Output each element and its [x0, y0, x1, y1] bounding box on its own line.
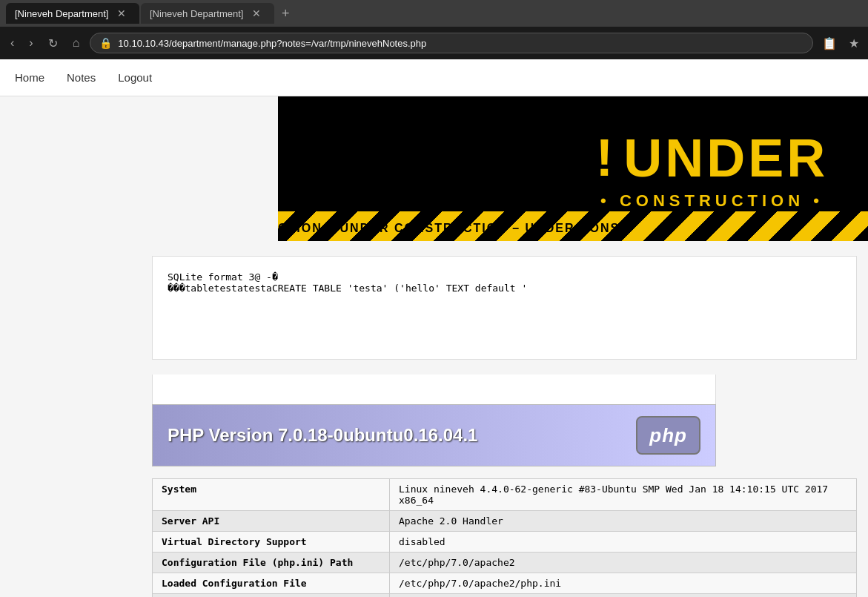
table-row: Server APIApache 2.0 Handler	[153, 511, 857, 532]
nav-notes[interactable]: Notes	[67, 71, 96, 84]
php-spacer	[152, 375, 716, 404]
uc-bottom-text: CTION – UNDER CONSTRUCTION – UNDER CONS	[278, 222, 620, 235]
toolbar-right: 📋 ★	[819, 33, 862, 53]
table-cell-key: Configuration File (php.ini) Path	[153, 553, 390, 573]
sqlite-line1: SQLite format 3@ -�	[168, 271, 841, 283]
table-row: Configuration File (php.ini) Path/etc/ph…	[153, 553, 857, 573]
phpinfo-table: SystemLinux nineveh 4.4.0-62-generic #83…	[152, 478, 857, 597]
tab-1-label: [Nineveh Department]	[15, 8, 108, 19]
tab-2-label: [Nineveh Department]	[150, 8, 243, 19]
php-logo-text: php	[649, 424, 687, 446]
content-area: ! UNDER • CONSTRUCTION • CTION – UNDER C…	[0, 96, 868, 597]
under-construction-banner: ! UNDER • CONSTRUCTION • CTION – UNDER C…	[278, 96, 868, 241]
address-bar-row: ‹ › ↻ ⌂ 🔒 10.10.10.43/department/manage.…	[0, 27, 868, 59]
php-logo: php	[636, 416, 700, 455]
uc-main-text: ! UNDER	[596, 128, 828, 188]
sqlite-line2: ���tabletestatestaCREATE TABLE 'testa' (…	[168, 283, 841, 294]
new-tab-button[interactable]: +	[276, 4, 296, 23]
uc-exclaim: !	[596, 128, 616, 188]
forward-button[interactable]: ›	[24, 33, 37, 53]
page-nav: Home Notes Logout	[0, 59, 868, 96]
sqlite-content-box: SQLite format 3@ -� ���tabletestatestaCR…	[152, 256, 857, 360]
phpinfo-version: PHP Version 7.0.18-0ubuntu0.16.04.1	[168, 425, 477, 446]
phpinfo-header: PHP Version 7.0.18-0ubuntu0.16.04.1 php	[152, 404, 716, 466]
table-row: Virtual Directory Supportdisabled	[153, 532, 857, 553]
back-button[interactable]: ‹	[6, 33, 19, 53]
url-text: 10.10.10.43/department/manage.php?notes=…	[118, 38, 426, 49]
uc-title: UNDER	[623, 128, 828, 188]
uc-subtitle: • CONSTRUCTION •	[600, 191, 824, 211]
table-cell-key: Scan this dir for additional .ini files	[153, 594, 390, 598]
browser-chrome: [Nineveh Department] ✕ [Nineveh Departme…	[0, 0, 868, 59]
tab-1[interactable]: [Nineveh Department] ✕	[6, 3, 139, 24]
table-cell-value: /etc/php/7.0/apache2/php.ini	[390, 573, 857, 594]
table-cell-value: Apache 2.0 Handler	[390, 511, 857, 532]
table-cell-key: Loaded Configuration File	[153, 573, 390, 594]
reader-view-icon[interactable]: 📋	[819, 33, 840, 53]
address-bar[interactable]: 🔒 10.10.10.43/department/manage.php?note…	[90, 33, 813, 53]
table-cell-value: disabled	[390, 532, 857, 553]
tab-2[interactable]: [Nineveh Department] ✕	[141, 3, 274, 24]
table-cell-value: Linux nineveh 4.4.0-62-generic #83-Ubunt…	[390, 479, 857, 511]
table-row: Loaded Configuration File/etc/php/7.0/ap…	[153, 573, 857, 594]
table-cell-key: Virtual Directory Support	[153, 532, 390, 553]
table-cell-value: /etc/php/7.0/apache2	[390, 553, 857, 573]
tab-2-close[interactable]: ✕	[249, 6, 264, 21]
nav-logout[interactable]: Logout	[118, 71, 152, 84]
table-spacer	[152, 466, 716, 472]
table-row: SystemLinux nineveh 4.4.0-62-generic #83…	[153, 479, 857, 511]
bookmark-icon[interactable]: ★	[846, 33, 862, 53]
nav-home[interactable]: Home	[15, 71, 44, 84]
table-row: Scan this dir for additional .ini files/…	[153, 594, 857, 598]
table-cell-key: System	[153, 479, 390, 511]
table-cell-value: /etc/php/7.0/apache2/conf.d	[390, 594, 857, 598]
reload-button[interactable]: ↻	[44, 33, 62, 53]
uc-stripes: CTION – UNDER CONSTRUCTION – UNDER CONS	[278, 211, 868, 241]
table-cell-key: Server API	[153, 511, 390, 532]
home-button[interactable]: ⌂	[68, 33, 85, 53]
security-icon: 🔒	[99, 37, 112, 49]
tab-1-close[interactable]: ✕	[114, 6, 129, 21]
tab-bar: [Nineveh Department] ✕ [Nineveh Departme…	[0, 0, 868, 27]
